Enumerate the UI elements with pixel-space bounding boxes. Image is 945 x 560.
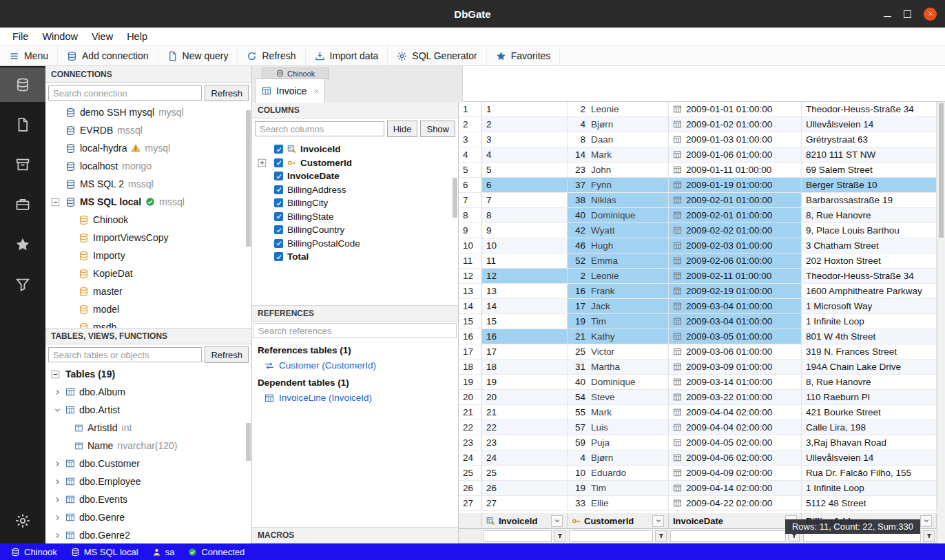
collapse-box-icon[interactable] bbox=[51, 370, 61, 379]
cell-invoicedate-23[interactable]: 2009-04-05 02:00:00 bbox=[669, 435, 802, 450]
cell-invoicedate-4[interactable]: 2009-01-06 01:00:00 bbox=[669, 147, 802, 163]
cell-billingaddress-14[interactable]: 1 Microsoft Way bbox=[802, 299, 937, 314]
column-checkbox[interactable] bbox=[274, 212, 283, 221]
cell-billingaddress-15[interactable]: 1 Infinite Loop bbox=[802, 314, 937, 329]
column-checkbox[interactable] bbox=[274, 158, 283, 167]
table-dbo-genre2[interactable]: dbo.Genre2 bbox=[45, 526, 251, 544]
status-connected[interactable]: Connected bbox=[181, 547, 251, 557]
tab-group-chinook[interactable]: Chinook bbox=[262, 68, 329, 79]
cell-invoicedate-17[interactable]: 2009-03-06 01:00:00 bbox=[669, 344, 802, 360]
cell-billingaddress-9[interactable]: 9, Place Louis Barthou bbox=[802, 223, 937, 238]
cell-billingaddress-18[interactable]: 194A Chain Lake Drive bbox=[802, 360, 937, 375]
grid-scrollbar-thumb[interactable] bbox=[939, 103, 944, 238]
cell-invoicedate-1[interactable]: 2009-01-01 01:00:00 bbox=[669, 102, 802, 117]
grid-scrollbar[interactable] bbox=[937, 102, 945, 543]
tables-refresh-button[interactable]: Refresh bbox=[205, 346, 249, 363]
column-checkbox[interactable] bbox=[274, 198, 283, 207]
cell-invoicedate-5[interactable]: 2009-01-11 01:00:00 bbox=[669, 163, 802, 178]
cell-customerid-4[interactable]: 14Mark bbox=[568, 147, 669, 163]
cell-invoicedate-2[interactable]: 2009-01-02 01:00:00 bbox=[669, 117, 802, 132]
cell-invoiceid-1[interactable]: 1 bbox=[482, 102, 568, 117]
cell-invoiceid-10[interactable]: 10 bbox=[482, 238, 568, 253]
cell-customerid-18[interactable]: 31Martha bbox=[568, 360, 669, 375]
cell-invoicedate-24[interactable]: 2009-04-06 02:00:00 bbox=[669, 450, 802, 466]
cell-customerid-9[interactable]: 42Wyatt bbox=[568, 223, 669, 238]
row-number-2[interactable]: 2 bbox=[459, 117, 482, 132]
toolbar-new-query[interactable]: New query bbox=[158, 46, 238, 65]
cell-billingaddress-5[interactable]: 69 Salem Street bbox=[802, 163, 937, 178]
column-checkbox[interactable] bbox=[274, 172, 283, 180]
column-toggle-customerid[interactable]: CustomerId bbox=[252, 156, 458, 170]
cell-invoicedate-21[interactable]: 2009-04-04 02:00:00 bbox=[669, 405, 802, 420]
column-toggle-total[interactable]: Total bbox=[252, 250, 458, 264]
cell-customerid-25[interactable]: 10Eduardo bbox=[568, 466, 669, 481]
cell-invoiceid-18[interactable]: 18 bbox=[482, 360, 568, 375]
cell-invoicedate-15[interactable]: 2009-03-04 01:00:00 bbox=[669, 314, 802, 329]
cell-invoicedate-25[interactable]: 2009-04-09 02:00:00 bbox=[669, 466, 802, 481]
cell-customerid-27[interactable]: 33Ellie bbox=[568, 496, 669, 511]
folder-tables-19[interactable]: Tables (19) bbox=[45, 365, 251, 383]
cell-customerid-10[interactable]: 46Hugh bbox=[568, 238, 669, 253]
rail-filters[interactable] bbox=[0, 267, 45, 302]
cell-billingaddress-1[interactable]: Theodor-Heuss-Straße 34 bbox=[802, 102, 937, 117]
column-menu-button[interactable] bbox=[920, 515, 932, 527]
cell-invoicedate-27[interactable]: 2009-04-22 02:00:00 bbox=[669, 496, 802, 511]
connection-search-input[interactable] bbox=[48, 85, 202, 101]
cell-customerid-14[interactable]: 17Jack bbox=[568, 299, 669, 314]
cell-billingaddress-11[interactable]: 202 Hoxton Street bbox=[802, 253, 937, 269]
close-icon[interactable] bbox=[924, 8, 937, 21]
column-toggle-invoiceid[interactable]: InvoiceId bbox=[252, 143, 458, 156]
column-toggle-billingcountry[interactable]: BillingCountry bbox=[252, 223, 458, 237]
hide-button[interactable]: Hide bbox=[387, 121, 418, 137]
table-dbo-artist[interactable]: dbo.Artist bbox=[45, 401, 251, 419]
cell-invoiceid-27[interactable]: 27 bbox=[482, 496, 568, 511]
column-header-customerid[interactable]: CustomerId bbox=[568, 513, 669, 529]
filter-input-invoicedate[interactable] bbox=[670, 530, 786, 542]
row-number-24[interactable]: 24 bbox=[459, 450, 482, 466]
cell-billingaddress-7[interactable]: Barbarossastraße 19 bbox=[802, 193, 937, 208]
cell-invoiceid-20[interactable]: 20 bbox=[482, 390, 568, 405]
row-number-4[interactable]: 4 bbox=[459, 147, 482, 163]
row-number-1[interactable]: 1 bbox=[459, 102, 482, 117]
connections-refresh-button[interactable]: Refresh bbox=[205, 85, 249, 101]
cell-billingaddress-8[interactable]: 8, Rue Hanovre bbox=[802, 208, 937, 223]
row-number-15[interactable]: 15 bbox=[459, 314, 482, 329]
cell-customerid-11[interactable]: 52Emma bbox=[568, 253, 669, 269]
cell-invoicedate-8[interactable]: 2009-02-01 01:00:00 bbox=[669, 208, 802, 223]
cell-invoicedate-20[interactable]: 2009-03-22 01:00:00 bbox=[669, 390, 802, 405]
toolbar-favorites[interactable]: Favorites bbox=[487, 46, 561, 65]
cell-billingaddress-12[interactable]: Theodor-Heuss-Straße 34 bbox=[802, 269, 937, 284]
tables-search-input[interactable] bbox=[48, 347, 202, 362]
cell-invoiceid-2[interactable]: 2 bbox=[482, 117, 568, 132]
menu-window[interactable]: Window bbox=[35, 31, 85, 42]
menu-help[interactable]: Help bbox=[120, 31, 154, 42]
rail-archive[interactable] bbox=[0, 147, 45, 182]
connection-ms-sql-local[interactable]: MS SQL localmssql bbox=[45, 193, 251, 211]
cell-invoiceid-25[interactable]: 25 bbox=[482, 466, 568, 481]
cell-customerid-26[interactable]: 19Tim bbox=[568, 481, 669, 496]
cell-invoicedate-7[interactable]: 2009-02-01 01:00:00 bbox=[669, 193, 802, 208]
cell-invoicedate-3[interactable]: 2009-01-03 01:00:00 bbox=[669, 132, 802, 147]
connection-msdb[interactable]: msdb bbox=[45, 318, 251, 328]
cell-invoicedate-18[interactable]: 2009-03-09 01:00:00 bbox=[669, 360, 802, 375]
cell-customerid-22[interactable]: 57Luis bbox=[568, 420, 669, 435]
rail-plugins[interactable] bbox=[0, 187, 45, 222]
cell-billingaddress-25[interactable]: Rua Dr. Falcão Filho, 155 bbox=[802, 466, 937, 481]
connection-chinook[interactable]: Chinook bbox=[45, 211, 251, 229]
table-dbo-album[interactable]: dbo.Album bbox=[45, 383, 251, 401]
reference-link-invoiceline-invoiceid[interactable]: InvoiceLine (InvoiceId) bbox=[264, 393, 453, 403]
cell-invoicedate-19[interactable]: 2009-03-14 01:00:00 bbox=[669, 375, 802, 390]
rail-favorites[interactable] bbox=[0, 227, 45, 262]
row-number-20[interactable]: 20 bbox=[459, 390, 482, 405]
toolbar-refresh[interactable]: Refresh bbox=[238, 46, 305, 65]
status-sa[interactable]: sa bbox=[145, 547, 182, 557]
cell-billingaddress-17[interactable]: 319 N. Frances Street bbox=[802, 344, 937, 360]
row-number-13[interactable]: 13 bbox=[459, 284, 482, 299]
cell-billingaddress-2[interactable]: Ullevålsveien 14 bbox=[802, 117, 937, 132]
status-ms-sql-local[interactable]: MS SQL local bbox=[64, 547, 145, 557]
maximize-icon[interactable] bbox=[904, 10, 911, 18]
column-checkbox[interactable] bbox=[274, 185, 283, 194]
cell-billingaddress-20[interactable]: 110 Raeburn Pl bbox=[802, 390, 937, 405]
cell-invoiceid-14[interactable]: 14 bbox=[482, 299, 568, 314]
cell-invoiceid-21[interactable]: 21 bbox=[482, 405, 568, 420]
